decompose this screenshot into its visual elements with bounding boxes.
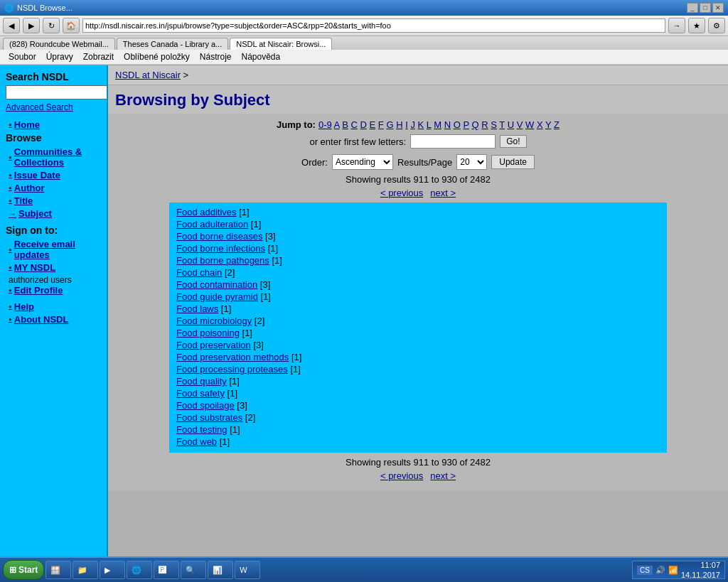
taskbar-app-excel[interactable]: 📊: [208, 561, 233, 566]
jump-link-h[interactable]: H: [396, 119, 402, 130]
jump-link-r[interactable]: R: [481, 119, 488, 130]
jump-link-z[interactable]: Z: [554, 119, 560, 130]
result-link[interactable]: Food web: [176, 436, 217, 447]
jump-link-t[interactable]: T: [499, 119, 505, 130]
jump-link-s[interactable]: S: [491, 119, 497, 130]
taskbar-app-media[interactable]: ▶: [100, 561, 125, 566]
result-link[interactable]: Food testing: [176, 424, 228, 435]
menu-napoveda[interactable]: Nápověda: [237, 51, 285, 63]
sidebar-item-about[interactable]: ● About NSDL: [6, 314, 101, 325]
result-link[interactable]: Food poisoning: [176, 328, 240, 338]
result-link[interactable]: Food contamination: [176, 279, 257, 290]
result-link[interactable]: Food additives: [176, 207, 237, 217]
result-link[interactable]: Food processing proteases: [176, 364, 288, 374]
result-link[interactable]: Food preservation: [176, 340, 251, 350]
advanced-search-link[interactable]: Advanced Search: [6, 102, 101, 112]
sidebar-item-home[interactable]: ● Home: [6, 119, 101, 130]
result-link[interactable]: Food spoilage: [176, 400, 235, 411]
jump-link-f[interactable]: F: [378, 119, 384, 130]
result-link[interactable]: Food laws: [176, 303, 218, 314]
taskbar-app-explorer[interactable]: 📁: [73, 561, 98, 566]
jump-link-o[interactable]: O: [454, 119, 461, 130]
jump-link-k[interactable]: K: [418, 119, 424, 130]
close-button[interactable]: ✕: [712, 3, 724, 13]
letters-go-button[interactable]: Go!: [500, 135, 526, 148]
sidebar-item-title[interactable]: ● Title: [6, 195, 101, 206]
jump-link-y[interactable]: Y: [545, 119, 551, 130]
jump-link-m[interactable]: M: [434, 119, 441, 130]
update-button[interactable]: Update: [491, 155, 535, 169]
result-link[interactable]: Food adulteration: [176, 219, 248, 230]
title-bar-controls[interactable]: _ □ ✕: [687, 3, 724, 13]
breadcrumb-home-link[interactable]: NSDL at Niscair: [115, 70, 181, 80]
jump-link-i[interactable]: I: [405, 119, 408, 130]
forward-button[interactable]: ▶: [23, 18, 40, 33]
result-link[interactable]: Food borne infections: [176, 243, 265, 254]
result-link[interactable]: Food microbiology: [176, 316, 252, 326]
result-link[interactable]: Food guide pyramid: [176, 291, 258, 302]
menu-soubor[interactable]: Soubor: [4, 51, 41, 63]
jump-link-x[interactable]: X: [537, 119, 543, 130]
jump-link-w[interactable]: W: [525, 119, 534, 130]
menu-zobrazit[interactable]: Zobrazit: [79, 51, 118, 63]
prev-link-bottom[interactable]: < previous: [380, 470, 423, 481]
jump-link-l[interactable]: L: [427, 119, 432, 130]
jump-link-09[interactable]: 0-9: [318, 119, 332, 130]
maximize-button[interactable]: □: [700, 3, 711, 13]
sidebar-item-my-nsdl[interactable]: ● MY NSDL: [6, 262, 101, 273]
result-link[interactable]: Food chain: [176, 267, 222, 278]
order-select[interactable]: Ascending Descending: [332, 154, 393, 170]
sidebar-item-author[interactable]: ● Author: [6, 183, 101, 193]
start-button[interactable]: ⊞ Start: [3, 560, 44, 566]
taskbar-app-search[interactable]: 🔍: [181, 561, 206, 566]
settings-icon[interactable]: ⚙: [708, 18, 725, 33]
address-input[interactable]: [82, 18, 665, 33]
jump-link-e[interactable]: E: [370, 119, 376, 130]
menu-upravy[interactable]: Úpravy: [42, 51, 77, 63]
tab-nsdl[interactable]: NSDL at Niscair: Browsi...: [230, 38, 332, 50]
search-go-button[interactable]: →: [668, 18, 685, 33]
sidebar-item-edit-profile[interactable]: ● Edit Profile: [6, 285, 101, 296]
refresh-button[interactable]: ↻: [43, 18, 60, 33]
sidebar-item-subject[interactable]: → Subject: [6, 208, 101, 219]
sidebar-item-communities[interactable]: ● Communities & Collections: [6, 146, 101, 168]
result-link[interactable]: Food substrates: [176, 412, 242, 423]
jump-link-q[interactable]: Q: [472, 119, 479, 130]
result-link[interactable]: Food safety: [176, 388, 225, 399]
result-link[interactable]: Food quality: [176, 376, 227, 387]
result-link[interactable]: Food borne diseases: [176, 231, 262, 242]
jump-link-v[interactable]: V: [517, 119, 523, 130]
jump-link-b[interactable]: B: [342, 119, 348, 130]
sidebar-item-issue-date[interactable]: ● Issue Date: [6, 170, 101, 180]
sidebar-item-email-updates[interactable]: ● Receive email updates: [6, 239, 101, 260]
result-link[interactable]: Food preservation methods: [176, 352, 289, 362]
next-link-bottom[interactable]: next >: [430, 470, 456, 481]
menu-oblibene[interactable]: Oblíbené položky: [119, 51, 194, 63]
jump-link-g[interactable]: G: [386, 119, 393, 130]
tab-theses[interactable]: Theses Canada - Library a...: [117, 38, 228, 50]
favorites-icon[interactable]: ★: [688, 18, 705, 33]
results-per-page-select[interactable]: 20 40 60 80 100: [456, 154, 487, 170]
menu-nastroje[interactable]: Nástroje: [196, 51, 236, 63]
minimize-button[interactable]: _: [687, 3, 698, 13]
search-input[interactable]: [6, 85, 108, 99]
taskbar-app-powerpoint[interactable]: 🅿: [154, 561, 179, 566]
home-nav-button[interactable]: 🏠: [63, 18, 80, 33]
sidebar-item-help[interactable]: ● Help: [6, 301, 101, 312]
jump-link-d[interactable]: D: [360, 119, 367, 130]
next-link-top[interactable]: next >: [430, 188, 456, 198]
tab-roundcube[interactable]: (828) Roundcube Webmail...: [3, 38, 115, 50]
jump-link-n[interactable]: N: [444, 119, 451, 130]
jump-link-c[interactable]: C: [351, 119, 358, 130]
back-button[interactable]: ◀: [3, 18, 20, 33]
taskbar-app-word[interactable]: W: [235, 561, 260, 566]
taskbar-app-windows[interactable]: 🪟: [46, 561, 71, 566]
jump-link-u[interactable]: U: [508, 119, 514, 130]
prev-link-top[interactable]: < previous: [380, 188, 423, 198]
taskbar-app-browser[interactable]: 🌐: [127, 561, 152, 566]
jump-link-a[interactable]: A: [334, 119, 340, 130]
jump-link-j[interactable]: J: [410, 119, 415, 130]
result-link[interactable]: Food borne pathogens: [176, 255, 269, 266]
jump-link-p[interactable]: P: [463, 119, 469, 130]
first-letters-input[interactable]: [410, 134, 496, 149]
